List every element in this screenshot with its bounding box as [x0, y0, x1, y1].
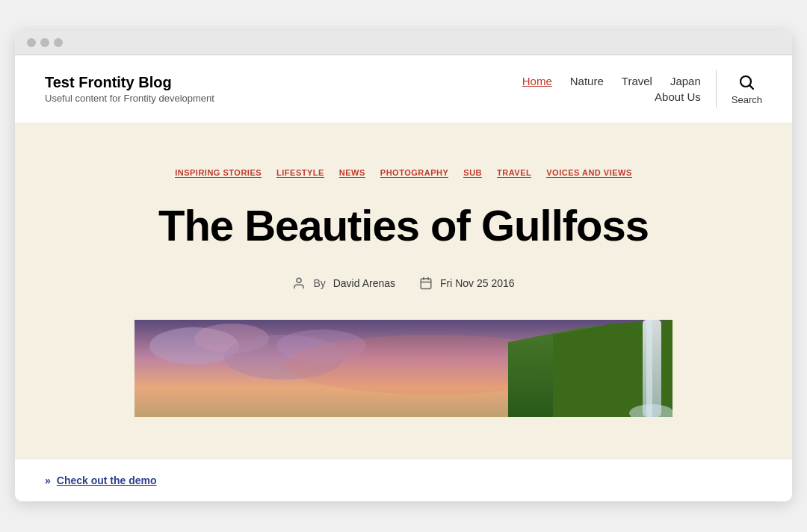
browser-dot-2 [40, 38, 49, 47]
nav-item-travel[interactable]: Travel [622, 75, 652, 87]
svg-rect-3 [421, 279, 431, 289]
nav-divider [716, 70, 717, 108]
post-date: Fri Nov 25 2016 [419, 276, 515, 290]
nav-menu: Home Nature Travel Japan About Us [522, 75, 701, 103]
author-prefix: By [313, 277, 325, 289]
person-icon [292, 276, 306, 290]
featured-image [134, 320, 672, 417]
arrow-icon: » [45, 474, 51, 486]
svg-rect-16 [646, 320, 652, 417]
search-icon [738, 73, 755, 91]
browser-dot-3 [54, 38, 63, 47]
browser-dot-1 [27, 38, 36, 47]
post-author: By David Arenas [292, 276, 395, 290]
demo-link[interactable]: Check out the demo [57, 474, 157, 486]
nav-item-home[interactable]: Home [522, 75, 552, 87]
nav-row-bottom: About Us [655, 90, 701, 103]
post-meta: By David Arenas Fri Nov 25 2016 [45, 276, 762, 290]
nav-item-about[interactable]: About Us [655, 90, 701, 103]
search-label: Search [732, 94, 762, 105]
post-date-value: Fri Nov 25 2016 [440, 277, 515, 289]
category-travel[interactable]: TRAVEL [497, 168, 531, 178]
category-photography[interactable]: PHOTOGRAPHY [380, 168, 448, 178]
site-branding: Test Frontity Blog Useful content for Fr… [45, 74, 214, 104]
browser-toolbar [15, 31, 792, 55]
svg-point-2 [297, 278, 301, 282]
nav-item-japan[interactable]: Japan [670, 75, 701, 87]
featured-image-svg [134, 320, 672, 417]
post-title: The Beauties of Gullfoss [45, 202, 762, 250]
author-name[interactable]: David Arenas [333, 277, 395, 289]
category-voices-and-views[interactable]: VOICES AND VIEWS [546, 168, 632, 178]
categories-row: INSPIRING STORIES LIFESTYLE NEWS PHOTOGR… [45, 168, 762, 178]
site-title[interactable]: Test Frontity Blog [45, 74, 214, 91]
footer-link-area: » Check out the demo [15, 460, 792, 501]
site-tagline: Useful content for Frontity development [45, 93, 214, 104]
browser-window: Test Frontity Blog Useful content for Fr… [15, 31, 792, 501]
nav-item-nature[interactable]: Nature [570, 75, 604, 87]
calendar-icon [419, 276, 433, 290]
svg-line-1 [750, 85, 753, 88]
demo-link-wrapper: » Check out the demo [45, 474, 762, 486]
category-lifestyle[interactable]: LIFESTYLE [276, 168, 324, 178]
site-header: Test Frontity Blog Useful content for Fr… [15, 55, 792, 123]
header-right: Home Nature Travel Japan About Us Search [522, 70, 762, 108]
category-sub[interactable]: SUB [463, 168, 482, 178]
search-button[interactable]: Search [732, 73, 762, 105]
category-inspiring-stories[interactable]: INSPIRING STORIES [175, 168, 262, 178]
nav-row-top: Home Nature Travel Japan [522, 75, 701, 87]
category-news[interactable]: NEWS [339, 168, 365, 178]
content-area: INSPIRING STORIES LIFESTYLE NEWS PHOTOGR… [15, 123, 792, 460]
